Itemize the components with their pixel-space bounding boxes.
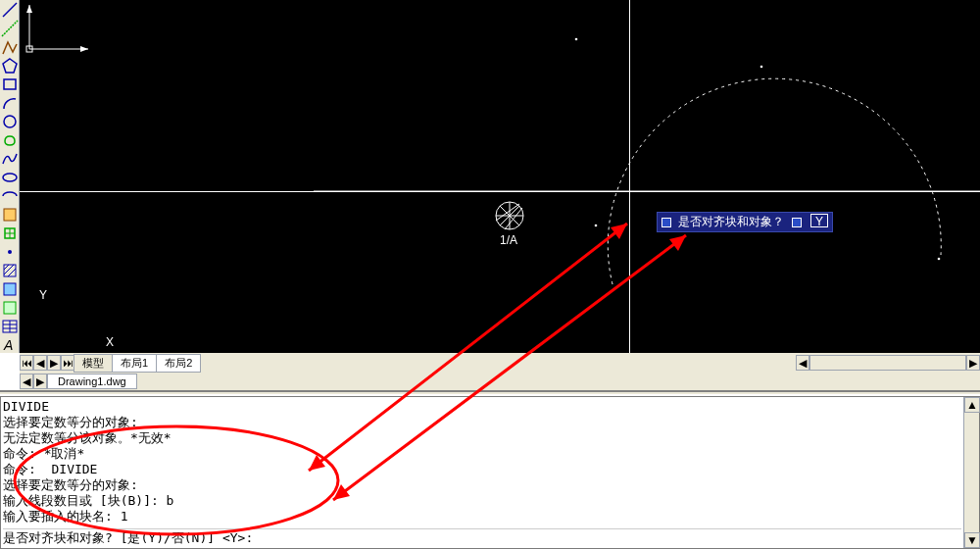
tool-line-icon[interactable] [1, 1, 19, 19]
svg-point-5 [3, 174, 17, 181]
tool-revcloud-icon[interactable] [1, 131, 19, 149]
svg-marker-2 [3, 59, 17, 73]
svg-rect-16 [4, 302, 16, 314]
tool-xline-icon[interactable] [1, 20, 19, 37]
ucs-x-label: X [106, 335, 114, 349]
svg-marker-37 [26, 5, 32, 13]
tool-arc-icon[interactable] [1, 94, 19, 112]
tool-ellipse-icon[interactable] [1, 169, 19, 186]
svg-rect-6 [4, 209, 16, 221]
ucs-icon [20, 0, 980, 353]
tool-text-icon[interactable]: A [1, 336, 19, 354]
svg-line-13 [4, 265, 14, 274]
scroll-down-icon[interactable]: ▼ [964, 532, 980, 548]
tool-ellipsearc-icon[interactable] [1, 187, 19, 205]
tab-nav-next-icon[interactable]: ▶ [47, 355, 61, 371]
model-viewport[interactable]: 1/A 是否对齐块和对象？ Y X Y [20, 0, 980, 353]
svg-rect-3 [4, 79, 16, 89]
svg-line-1 [2, 21, 18, 36]
tool-block-icon[interactable] [1, 225, 19, 242]
svg-point-4 [4, 116, 16, 127]
svg-point-10 [8, 250, 12, 254]
ucs-y-label: Y [39, 288, 47, 302]
tool-region-icon[interactable] [1, 299, 19, 317]
file-nav-prev-icon[interactable]: ◀ [20, 374, 33, 389]
hscroll-track[interactable] [809, 355, 966, 371]
hscroll-left-icon[interactable]: ◀ [796, 355, 809, 371]
tool-rect-icon[interactable] [1, 75, 19, 93]
command-scrollbar[interactable]: ▲ ▼ [963, 397, 979, 548]
tool-gradient-icon[interactable] [1, 280, 19, 298]
svg-text:A: A [3, 337, 13, 353]
tool-hatch-icon[interactable] [1, 262, 19, 279]
command-prompt[interactable]: 是否对齐块和对象? [是(Y)/否(N)] <Y>: [3, 528, 961, 546]
tool-circle-icon[interactable] [1, 113, 19, 130]
tool-point-icon[interactable] [1, 243, 19, 261]
tool-table-icon[interactable] [1, 318, 19, 335]
tab-layout2[interactable]: 布局2 [156, 354, 201, 373]
file-nav-next-icon[interactable]: ▶ [33, 374, 47, 389]
tab-nav-first-icon[interactable]: ⏮ [20, 355, 33, 371]
scroll-up-icon[interactable]: ▲ [964, 397, 980, 413]
tool-insert-icon[interactable] [1, 206, 19, 224]
svg-marker-35 [80, 46, 88, 52]
layout-tabs: ⏮ ◀ ▶ ⏭ 模型 布局1 布局2 ◀ ▶ [20, 353, 980, 373]
tab-nav-prev-icon[interactable]: ◀ [33, 355, 47, 371]
command-history[interactable]: DIVIDE 选择要定数等分的对象: 无法定数等分该对象。*无效* 命令: *取… [3, 399, 961, 526]
tool-polyline-icon[interactable] [1, 38, 19, 56]
tab-layout1[interactable]: 布局1 [112, 354, 157, 373]
svg-rect-15 [4, 283, 16, 295]
svg-line-0 [3, 3, 17, 17]
svg-line-12 [4, 265, 9, 270]
command-window: DIVIDE 选择要定数等分的对象: 无法定数等分该对象。*无效* 命令: *取… [0, 396, 980, 549]
tab-nav-last-icon[interactable]: ⏭ [61, 355, 74, 371]
draw-toolbar: A [0, 0, 20, 353]
file-tabs: ◀ ▶ Drawing1.dwg [20, 373, 980, 390]
tab-model[interactable]: 模型 [74, 354, 113, 373]
tool-spline-icon[interactable] [1, 150, 19, 168]
hscroll-right-icon[interactable]: ▶ [966, 355, 980, 371]
tool-polygon-icon[interactable] [1, 57, 19, 75]
file-tab[interactable]: Drawing1.dwg [47, 374, 137, 389]
